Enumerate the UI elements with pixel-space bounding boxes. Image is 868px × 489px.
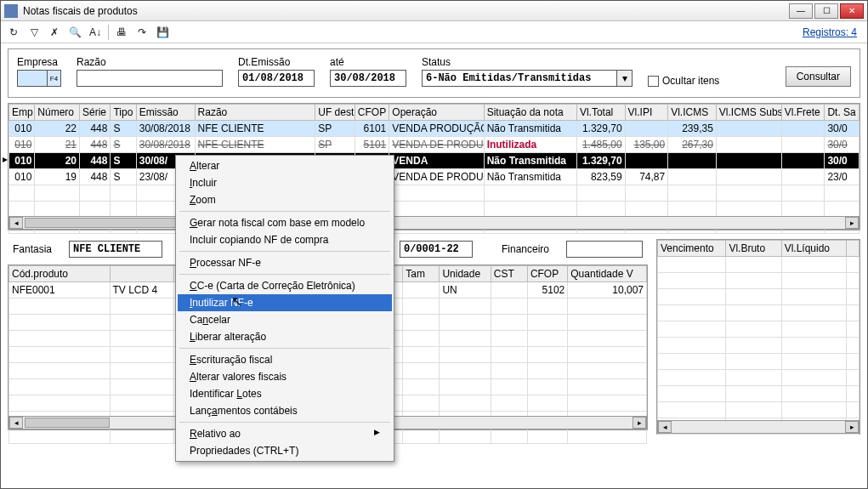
minimize-button[interactable]: — [789, 3, 813, 19]
scroll-left-icon[interactable]: ◂ [9, 417, 23, 429]
column-header[interactable]: Tipo [111, 105, 136, 121]
menu-item[interactable]: Propriedades (CTRL+T) [178, 442, 392, 459]
redo-icon[interactable]: ↷ [134, 25, 150, 40]
column-header[interactable]: Situação da nota [484, 105, 576, 121]
registros-link[interactable]: Registros: 4 [803, 26, 857, 38]
row-marker-icon: ▸ [3, 153, 8, 165]
menu-item[interactable]: Escrituração fiscal [178, 351, 392, 368]
menu-item[interactable]: Alterar valores fiscais [178, 368, 392, 385]
toolbar-separator [108, 25, 109, 40]
financeiro-grid[interactable]: VencimentoVl.BrutoVl.Líquido ◂ ▸ [656, 239, 860, 435]
menu-item[interactable]: Alterar [178, 157, 392, 174]
grid-hscroll[interactable]: ◂ ▸ [9, 216, 859, 230]
column-header[interactable]: Vencimento [658, 241, 726, 257]
cnpj-value: 0/0001-22 [400, 241, 473, 258]
fin-hscroll[interactable]: ◂ ▸ [657, 420, 859, 434]
column-header[interactable]: Emissão [136, 105, 195, 121]
column-header[interactable] [110, 266, 173, 282]
column-header[interactable]: Vl.ICMS [668, 105, 717, 121]
column-header[interactable]: Vl.Frete [781, 105, 825, 121]
column-header[interactable]: CFOP [355, 105, 389, 121]
table-row [658, 321, 859, 338]
menu-item[interactable]: Liberar alteração [178, 328, 392, 345]
scroll-left-icon[interactable]: ◂ [658, 421, 672, 433]
menu-item[interactable]: Inutilizar NF-e [178, 294, 392, 311]
financeiro-label: Financeiro [502, 243, 549, 255]
scroll-left-icon[interactable]: ◂ [9, 217, 23, 229]
column-header[interactable]: UF dest. [315, 105, 355, 121]
window-title: Notas fiscais de produtos [23, 5, 789, 17]
column-header[interactable]: CFOP [527, 266, 567, 282]
razao-input[interactable] [77, 70, 223, 87]
column-header[interactable]: Razão [195, 105, 315, 121]
print-icon[interactable]: 🖶 [114, 25, 129, 40]
menu-separator [179, 274, 390, 275]
table-row [658, 257, 859, 273]
consultar-button[interactable]: Consultar [786, 66, 851, 87]
column-header[interactable]: Quantidade V [568, 266, 647, 282]
column-header[interactable]: Vl.Líquido [781, 241, 846, 257]
razao-label: Razão [77, 56, 223, 68]
column-header[interactable]: Série [79, 105, 110, 121]
column-header[interactable]: Operação [389, 105, 484, 121]
filter-icon[interactable]: ▽ [26, 25, 42, 40]
menu-item[interactable]: Identificar Lotes [178, 385, 392, 402]
main-grid[interactable]: ▸ EmpNúmeroSérieTipoEmissãoRazãoUF dest.… [8, 103, 860, 230]
ocultar-itens-checkbox[interactable]: Ocultar itens [648, 75, 719, 87]
menu-separator [179, 211, 390, 212]
menu-item[interactable]: Relativo ao [178, 425, 392, 442]
table-row [658, 273, 859, 289]
menu-item[interactable]: Incluir [178, 174, 392, 191]
column-header[interactable]: Vl.IPI [625, 105, 668, 121]
maximize-button[interactable]: ☐ [814, 3, 838, 19]
menu-item[interactable]: Zoom [178, 191, 392, 208]
table-row[interactable]: 01022448S30/08/2018NFE CLIENTESP6101VEND… [9, 121, 859, 137]
column-header[interactable]: Vl.Total [576, 105, 625, 121]
refresh-icon[interactable]: ↻ [6, 25, 21, 40]
column-header[interactable]: Emp [9, 105, 35, 121]
save-icon[interactable]: 💾 [155, 25, 170, 40]
column-header[interactable]: Cód.produto [9, 266, 111, 282]
column-header[interactable]: Unidade [440, 266, 491, 282]
sort-icon[interactable]: A↓ [88, 25, 103, 40]
column-header[interactable]: Vl.ICMS Subs [716, 105, 781, 121]
scroll-right-icon[interactable]: ▸ [633, 417, 646, 429]
scroll-right-icon[interactable]: ▸ [845, 421, 859, 433]
search-icon[interactable]: 🔍 [67, 25, 82, 40]
table-row [658, 289, 859, 305]
scroll-thumb[interactable] [25, 418, 110, 428]
menu-item[interactable]: CC-e (Carta de Correção Eletrônica) [178, 277, 392, 294]
table-row [9, 185, 859, 202]
status-select[interactable]: 6-Não Emitidas/Transmitidas [422, 70, 617, 87]
menu-separator [179, 422, 390, 423]
dtemissao-input[interactable] [238, 70, 315, 87]
empresa-lookup-button[interactable]: F4 [48, 70, 61, 87]
column-header[interactable]: Vl.Bruto [726, 241, 781, 257]
table-row[interactable]: 01021448S30/08/2018NFE CLIENTESP5101VEND… [9, 137, 859, 153]
financeiro-value [566, 241, 643, 258]
menu-item[interactable]: Lançamentos contábeis [178, 402, 392, 419]
menu-item[interactable]: Gerar nota fiscal com base em modelo [178, 214, 392, 231]
menu-item[interactable]: Processar NF-e [178, 254, 392, 271]
status-dropdown-button[interactable]: ▾ [617, 70, 633, 87]
table-row[interactable]: 01020448S30/08/VENDANão Transmitida1.329… [9, 153, 859, 169]
ate-input[interactable] [330, 70, 406, 87]
menu-item[interactable]: Cancelar [178, 311, 392, 328]
table-row [658, 338, 859, 354]
scroll-right-icon[interactable]: ▸ [845, 217, 859, 229]
empresa-input[interactable] [17, 70, 48, 87]
column-header[interactable]: CST [491, 266, 527, 282]
menu-item[interactable]: Incluir copiando NF de compra [178, 231, 392, 248]
column-header[interactable]: Número [35, 105, 80, 121]
checkbox-icon [648, 76, 659, 87]
table-row[interactable]: 01019448S23/08/VENDA DE PRODUNão Transmi… [9, 169, 859, 185]
table-row [658, 386, 859, 402]
menu-separator [179, 251, 390, 252]
filter-clear-icon[interactable]: ✗ [47, 25, 62, 40]
column-header[interactable]: Dt. Sa [825, 105, 859, 121]
context-menu[interactable]: AlterarIncluirZoomGerar nota fiscal com … [175, 155, 394, 462]
close-button[interactable]: ✕ [840, 3, 864, 19]
column-header[interactable] [846, 241, 859, 257]
column-header[interactable]: Tam [403, 266, 440, 282]
table-row [658, 305, 859, 321]
